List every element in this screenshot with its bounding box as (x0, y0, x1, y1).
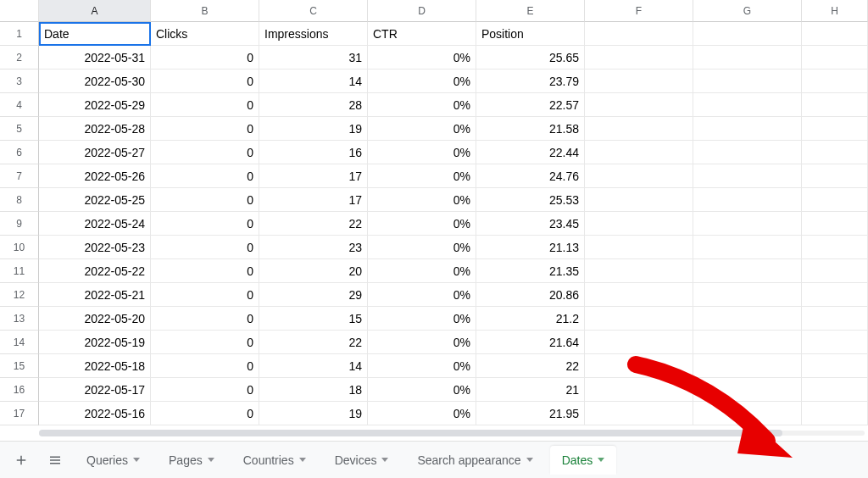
select-all-corner[interactable] (0, 0, 39, 22)
tab-devices[interactable]: Devices (323, 446, 401, 475)
cell-B1[interactable]: Clicks (151, 22, 259, 46)
cell-E4[interactable]: 22.57 (476, 93, 585, 117)
cell-E9[interactable]: 23.45 (476, 212, 585, 236)
col-header-F[interactable]: F (585, 0, 693, 22)
cell-F8[interactable] (585, 188, 693, 212)
cell-D3[interactable]: 0% (368, 69, 476, 93)
cell-H2[interactable] (802, 46, 868, 69)
cell-G13[interactable] (693, 307, 802, 331)
cell-E2[interactable]: 25.65 (476, 46, 585, 69)
cell-C13[interactable]: 15 (259, 307, 368, 331)
cell-E12[interactable]: 20.86 (476, 283, 585, 307)
cell-B8[interactable]: 0 (151, 188, 259, 212)
cell-G14[interactable] (693, 331, 802, 354)
cell-F12[interactable] (585, 283, 693, 307)
cell-B4[interactable]: 0 (151, 93, 259, 117)
cell-C6[interactable]: 16 (259, 141, 368, 164)
cell-F11[interactable] (585, 259, 693, 283)
cell-F9[interactable] (585, 212, 693, 236)
row-header[interactable]: 14 (0, 331, 39, 354)
cell-G8[interactable] (693, 188, 802, 212)
cell-G4[interactable] (693, 93, 802, 117)
cell-E1[interactable]: Position (476, 22, 585, 46)
cell-C8[interactable]: 17 (259, 188, 368, 212)
cell-C12[interactable]: 29 (259, 283, 368, 307)
cell-A5[interactable]: 2022-05-28 (39, 117, 151, 141)
cell-D5[interactable]: 0% (368, 117, 476, 141)
col-header-B[interactable]: B (151, 0, 259, 22)
cell-A2[interactable]: 2022-05-31 (39, 46, 151, 69)
cell-D2[interactable]: 0% (368, 46, 476, 69)
cell-C10[interactable]: 23 (259, 236, 368, 259)
cell-E8[interactable]: 25.53 (476, 188, 585, 212)
cell-D1[interactable]: CTR (368, 22, 476, 46)
cell-A1[interactable]: Date (39, 22, 151, 46)
cell-D13[interactable]: 0% (368, 307, 476, 331)
cell-H13[interactable] (802, 307, 868, 331)
cell-D15[interactable]: 0% (368, 354, 476, 378)
cell-A13[interactable]: 2022-05-20 (39, 307, 151, 331)
cell-D9[interactable]: 0% (368, 212, 476, 236)
cell-H7[interactable] (802, 164, 868, 188)
cell-H5[interactable] (802, 117, 868, 141)
cell-A4[interactable]: 2022-05-29 (39, 93, 151, 117)
row-header[interactable]: 1 (0, 22, 39, 46)
cell-H10[interactable] (802, 236, 868, 259)
cell-B11[interactable]: 0 (151, 259, 259, 283)
cell-F13[interactable] (585, 307, 693, 331)
cell-E15[interactable]: 22 (476, 354, 585, 378)
cell-H17[interactable] (802, 402, 868, 425)
col-header-D[interactable]: D (368, 0, 476, 22)
cell-A15[interactable]: 2022-05-18 (39, 354, 151, 378)
tab-dates[interactable]: Dates (550, 446, 617, 475)
cell-G10[interactable] (693, 236, 802, 259)
add-sheet-button[interactable] (7, 447, 36, 473)
row-header[interactable]: 4 (0, 93, 39, 117)
cell-D14[interactable]: 0% (368, 331, 476, 354)
cell-G3[interactable] (693, 69, 802, 93)
cell-A3[interactable]: 2022-05-30 (39, 69, 151, 93)
cell-B13[interactable]: 0 (151, 307, 259, 331)
cell-G1[interactable] (693, 22, 802, 46)
cell-E11[interactable]: 21.35 (476, 259, 585, 283)
cell-F15[interactable] (585, 354, 693, 378)
cell-G5[interactable] (693, 117, 802, 141)
cell-B17[interactable]: 0 (151, 402, 259, 425)
cell-G7[interactable] (693, 164, 802, 188)
cell-A7[interactable]: 2022-05-26 (39, 164, 151, 188)
cell-A17[interactable]: 2022-05-16 (39, 402, 151, 425)
cell-D7[interactable]: 0% (368, 164, 476, 188)
row-header[interactable]: 8 (0, 188, 39, 212)
col-header-E[interactable]: E (476, 0, 585, 22)
tab-countries[interactable]: Countries (231, 446, 318, 475)
tab-search-appearance[interactable]: Search appearance (405, 446, 544, 475)
cell-H16[interactable] (802, 378, 868, 402)
cell-G15[interactable] (693, 354, 802, 378)
cell-A9[interactable]: 2022-05-24 (39, 212, 151, 236)
cell-F17[interactable] (585, 402, 693, 425)
row-header[interactable]: 6 (0, 141, 39, 164)
cell-F6[interactable] (585, 141, 693, 164)
row-header[interactable]: 2 (0, 46, 39, 69)
cell-F4[interactable] (585, 93, 693, 117)
row-header[interactable]: 10 (0, 236, 39, 259)
cell-H8[interactable] (802, 188, 868, 212)
cell-D4[interactable]: 0% (368, 93, 476, 117)
cell-C1[interactable]: Impressions (259, 22, 368, 46)
cell-B3[interactable]: 0 (151, 69, 259, 93)
cell-C4[interactable]: 28 (259, 93, 368, 117)
cell-E5[interactable]: 21.58 (476, 117, 585, 141)
cell-H9[interactable] (802, 212, 868, 236)
cell-C15[interactable]: 14 (259, 354, 368, 378)
row-header[interactable]: 16 (0, 378, 39, 402)
cell-F10[interactable] (585, 236, 693, 259)
row-header[interactable]: 17 (0, 402, 39, 425)
row-header[interactable]: 7 (0, 164, 39, 188)
cell-G16[interactable] (693, 378, 802, 402)
cell-E17[interactable]: 21.95 (476, 402, 585, 425)
col-header-A[interactable]: A (39, 0, 151, 22)
cell-A6[interactable]: 2022-05-27 (39, 141, 151, 164)
cell-F5[interactable] (585, 117, 693, 141)
cell-H3[interactable] (802, 69, 868, 93)
col-header-C[interactable]: C (259, 0, 368, 22)
